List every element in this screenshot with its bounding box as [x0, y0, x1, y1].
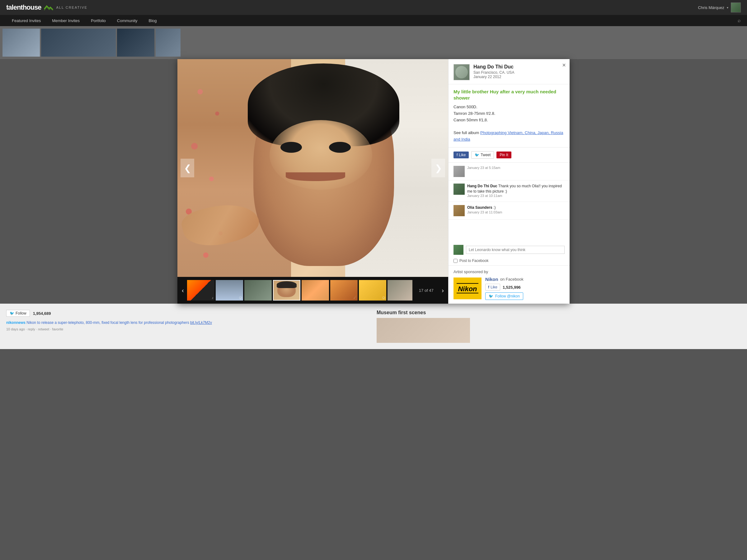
thumbnail-6[interactable]: ☄: [330, 280, 358, 300]
news-meta: 10 days ago · reply · retweet · favorite: [6, 327, 370, 331]
thumbnail-2[interactable]: ◶: [216, 280, 243, 300]
sponsor-social: Nikon on Facebook f Like 1,525,996: [485, 276, 523, 300]
thumbnail-3[interactable]: [244, 280, 272, 300]
dropdown-arrow-icon[interactable]: ▾: [727, 6, 728, 9]
desc-line2: Tamron 28-75mm f/2.8.: [454, 111, 495, 116]
thumbnail-7[interactable]: ◶: [359, 280, 386, 300]
nav-member-invites[interactable]: Member Invites: [46, 15, 85, 26]
nikon-like-row: f Like 1,525,996: [485, 284, 523, 291]
comment-avatar-3: [454, 205, 465, 216]
artist-avatar: [454, 64, 470, 80]
tweet-button[interactable]: 🐦 Tweet: [471, 151, 494, 159]
nikon-like-label: Like: [491, 285, 497, 289]
nav-community[interactable]: Community: [111, 15, 143, 26]
next-button[interactable]: ❯: [431, 159, 445, 177]
avatar[interactable]: [731, 2, 741, 12]
info-panel: × Hang Do Thi Duc San Francisco, CA. USA…: [448, 59, 570, 304]
bg-thumb-4: [156, 29, 181, 57]
thumbnail-8[interactable]: [387, 280, 413, 300]
nikon-like-button[interactable]: f Like: [485, 284, 500, 291]
modal-overlay: ❮ ❯ ‹ ♪ ◶: [0, 59, 747, 304]
news-body: Nikon to release a super-telephoto, 800-…: [26, 320, 190, 325]
search-icon[interactable]: ⌕: [738, 18, 741, 23]
nikon-follow-label: Follow @nikon: [495, 294, 520, 298]
thumb-prev-button[interactable]: ‹: [180, 287, 186, 294]
tweet-label: Tweet: [481, 153, 491, 157]
thumbnails-container: ♪ ◶ ☄: [187, 280, 413, 300]
photo-title: My little brother Huy after a very much …: [454, 89, 565, 101]
news-handle: nikonnews Nikon to release a super-telep…: [6, 320, 370, 325]
prev-button[interactable]: ❮: [181, 159, 194, 177]
nikon-name-row: Nikon on Facebook: [485, 276, 523, 282]
nav-blog[interactable]: Blog: [143, 15, 162, 26]
comment-time-3: January 23 at 11:03am: [467, 210, 565, 214]
comment-avatar-2: [454, 184, 465, 195]
nikon-svg-logo: Nikon: [455, 281, 480, 295]
main-nav: Featured Invites Member Invites Portfoli…: [0, 15, 747, 26]
thumbnail-strip: ‹ ♪ ◶: [177, 277, 448, 304]
comment-content-1: January 23 at 5:15am: [467, 166, 565, 177]
nav-portfolio[interactable]: Portfolio: [85, 15, 111, 26]
post-to-facebook-label: Post to Facebook: [459, 259, 488, 263]
close-button[interactable]: ×: [558, 59, 570, 71]
post-to-facebook-checkbox[interactable]: [454, 259, 458, 263]
sponsor-title: Artist sponsored by: [454, 269, 565, 274]
pinterest-pin-button[interactable]: Pin It: [496, 152, 511, 158]
facebook-like-button[interactable]: f Like: [454, 152, 469, 158]
photo-details: My little brother Huy after a very much …: [448, 84, 570, 148]
comment-content-3: Olia Saunders :) January 23 at 11:03am: [467, 205, 565, 216]
twitter-follow-button[interactable]: 🐦 Follow: [6, 310, 30, 317]
twitter-bird-icon: 🐦: [10, 311, 14, 316]
commenter-name-3: Olia Saunders: [467, 205, 492, 210]
comment-input[interactable]: [466, 246, 565, 254]
nikon-brand-name: Nikon: [485, 276, 498, 282]
follow-bar: 🐦 Follow 1,954,689: [6, 310, 370, 317]
follower-count: 1,954,689: [33, 311, 51, 316]
comment-input-avatar: [454, 245, 463, 255]
facebook-icon-small: f: [488, 285, 489, 289]
nav-featured-invites[interactable]: Featured Invites: [6, 15, 46, 26]
user-area: Chris Márquez ▾: [698, 2, 741, 12]
artist-info: Hang Do Thi Duc San Francisco, CA. USA J…: [473, 64, 565, 79]
tagline: ALL CREATIVE: [56, 6, 87, 9]
sponsor-box: Nikon Nikon on Facebook: [454, 276, 565, 300]
logo-area: talenthouse ALL CREATIVE: [6, 3, 87, 11]
comment-text-3: Olia Saunders :): [467, 205, 565, 210]
twitter-col: 🐦 Follow 1,954,689 nikonnews Nikon to re…: [6, 310, 370, 343]
image-icon-2: ◶: [382, 296, 385, 300]
artist-header: Hang Do Thi Duc San Francisco, CA. USA J…: [448, 59, 570, 84]
image-icon: ◶: [239, 296, 242, 300]
news-link[interactable]: bit.ly/Lk7M2v: [190, 320, 212, 325]
thumbnail-5[interactable]: [302, 280, 329, 300]
logo-icon: [44, 4, 54, 11]
background-thumbnails: [0, 26, 747, 59]
nikon-like-count: 1,525,996: [503, 285, 521, 290]
background-bottom: 🐦 Follow 1,954,689 nikonnews Nikon to re…: [0, 304, 747, 349]
pin-label: Pin It: [499, 153, 508, 157]
comment-text-2: Hang Do Thi Duc Thank you so much Olia!!…: [467, 184, 565, 194]
thumbnail-4[interactable]: [273, 280, 300, 300]
thumbnail-1[interactable]: ♪: [187, 280, 214, 300]
section-title: Museum first scenes: [377, 310, 741, 316]
comments-section: January 23 at 5:15am Hang Do Thi Duc Tha…: [448, 163, 570, 242]
artist-date: January 22 2012: [473, 75, 565, 79]
comment-input-row: [448, 242, 570, 257]
album-prefix: See full album: [454, 130, 480, 135]
nikon-logo: Nikon: [454, 277, 482, 299]
twitter-handle: nikonnews: [6, 320, 26, 325]
sponsor-section: Artist sponsored by Nikon: [448, 265, 570, 304]
photo-icon: ☄: [354, 296, 357, 300]
twitter-icon: 🐦: [475, 153, 479, 157]
nikon-follow-button[interactable]: 🐦 Follow @nikon: [485, 292, 523, 300]
comment-content-2: Hang Do Thi Duc Thank you so much Olia!!…: [467, 184, 565, 199]
photo-description: Canon 500D. Tamron 28-75mm f/2.8. Canon …: [454, 104, 565, 143]
commenter-name-2: Hang Do Thi Duc: [467, 184, 497, 188]
image-counter: 17 of 47: [419, 288, 434, 293]
svg-text:Nikon: Nikon: [458, 285, 477, 293]
image-section: ❮ ❯ ‹ ♪ ◶: [177, 59, 448, 304]
facebook-icon: f: [457, 153, 458, 157]
bg-thumb-3: [117, 29, 154, 57]
artist-name: Hang Do Thi Duc: [473, 64, 565, 70]
follow-label: Follow: [16, 311, 26, 316]
thumb-next-button[interactable]: ›: [440, 287, 446, 294]
